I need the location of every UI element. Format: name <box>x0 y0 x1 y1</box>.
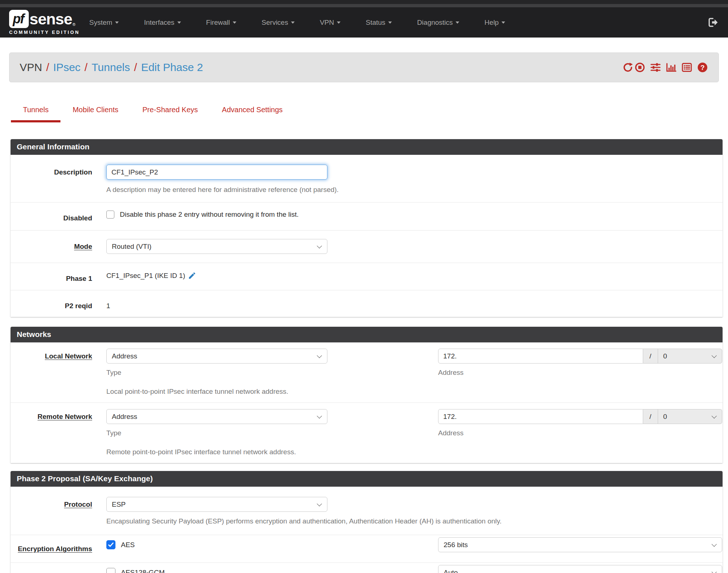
sign-out-icon <box>708 17 718 27</box>
menu-vpn[interactable]: VPN <box>320 19 341 27</box>
aes128gcm-checkbox-label: AES128-GCM <box>121 569 165 573</box>
remote-address-input[interactable] <box>438 409 643 424</box>
menu-system[interactable]: System <box>89 19 119 27</box>
menu-status[interactable]: Status <box>366 19 392 27</box>
slash-addon: / <box>643 349 658 364</box>
chevron-down-icon <box>291 21 295 24</box>
tab-advanced-settings[interactable]: Advanced Settings <box>210 106 295 122</box>
community-edition-label: COMMUNITY EDITION <box>9 30 80 35</box>
p2reqid-label: P2 reqid <box>11 298 106 310</box>
page-action-icons: ? <box>623 62 708 72</box>
chevron-down-icon <box>456 21 459 24</box>
general-information-section: General Information Description A descri… <box>11 139 723 317</box>
logout-button[interactable] <box>708 17 718 27</box>
local-network-row: Local Network Address Type / 0 Address <box>11 342 723 403</box>
disabled-checkbox-label: Disable this phase 2 entry without remov… <box>120 211 299 219</box>
section-title-proposal: Phase 2 Proposal (SA/Key Exchange) <box>11 471 723 487</box>
remote-network-row: Remote Network Address Type / 0 Address <box>11 403 723 463</box>
pencil-icon <box>188 271 196 280</box>
tab-tunnels[interactable]: Tunnels <box>11 106 60 122</box>
aes128gcm-checkbox[interactable] <box>106 568 115 573</box>
refresh-icon[interactable] <box>623 62 633 72</box>
section-title-general: General Information <box>11 139 723 155</box>
local-network-help: Local point-to-point IPsec interface tun… <box>106 388 722 396</box>
phase1-row: Phase 1 CF1_IPsec_P1 (IKE ID 1) <box>11 263 723 290</box>
section-title-networks: Networks <box>11 327 723 342</box>
registered-mark: ® <box>72 22 75 27</box>
pf-logo-tile: pf <box>9 10 29 28</box>
description-help: A description may be entered here for ad… <box>106 186 722 194</box>
edit-phase1-button[interactable] <box>188 271 196 280</box>
phase2-proposal-section: Phase 2 Proposal (SA/Key Exchange) Proto… <box>11 471 723 573</box>
chart-bar-icon[interactable] <box>666 62 676 72</box>
mode-select[interactable]: Routed (VTI) <box>106 239 327 254</box>
chevron-down-icon <box>388 21 392 24</box>
slash-addon: / <box>643 409 658 424</box>
breadcrumb-link-tunnels[interactable]: Tunnels <box>91 61 130 74</box>
remote-network-help: Remote point-to-point IPsec interface tu… <box>106 448 722 456</box>
aes128gcm-keylen-select[interactable]: Auto <box>438 565 722 573</box>
menu-firewall[interactable]: Firewall <box>206 19 236 27</box>
aes-keylen-select[interactable]: 256 bits <box>438 537 722 552</box>
encryption-algorithms-label: Encryption Algorithms <box>11 537 106 553</box>
protocol-row: Protocol ESP Encapsulating Security Payl… <box>11 487 723 535</box>
mode-label: Mode <box>11 239 106 254</box>
local-address-input[interactable] <box>438 349 643 364</box>
chevron-down-icon <box>115 21 119 24</box>
p2reqid-value: 1 <box>106 298 110 310</box>
tab-mobile-clients[interactable]: Mobile Clients <box>60 106 130 122</box>
protocol-label: Protocol <box>11 497 106 525</box>
phase1-value: CF1_IPsec_P1 (IKE ID 1) <box>106 272 185 280</box>
description-row: Description A description may be entered… <box>11 155 723 203</box>
tab-pre-shared-keys[interactable]: Pre-Shared Keys <box>130 106 210 122</box>
remote-network-type-select[interactable]: Address <box>106 409 327 424</box>
mode-row: Mode Routed (VTI) <box>11 231 723 263</box>
disabled-checkbox[interactable] <box>106 211 114 219</box>
remote-address-help: Address <box>438 429 722 437</box>
brand-name: sense <box>29 10 72 28</box>
main-menu: System Interfaces Firewall Services VPN … <box>89 19 505 27</box>
page-tabs: Tunnels Mobile Clients Pre-Shared Keys A… <box>11 106 728 122</box>
top-navbar: pf sense ® COMMUNITY EDITION System Inte… <box>0 7 728 38</box>
local-network-label: Local Network <box>11 349 106 396</box>
phase1-label: Phase 1 <box>11 271 106 283</box>
disabled-label: Disabled <box>11 211 106 222</box>
breadcrumb-link-ipsec[interactable]: IPsec <box>53 61 80 74</box>
menu-help[interactable]: Help <box>484 19 505 27</box>
stop-icon[interactable] <box>635 62 645 72</box>
aes-checkbox-label: AES <box>121 541 135 549</box>
log-icon[interactable] <box>682 62 692 72</box>
local-network-type-select[interactable]: Address <box>106 349 327 364</box>
local-type-help: Type <box>106 369 327 377</box>
menu-services[interactable]: Services <box>261 19 295 27</box>
chevron-down-icon <box>501 21 505 24</box>
breadcrumb-link-edit-phase-2[interactable]: Edit Phase 2 <box>141 61 203 74</box>
help-icon[interactable]: ? <box>697 62 708 72</box>
breadcrumb-separator: / <box>134 61 137 74</box>
chevron-down-icon <box>337 21 341 24</box>
pfsense-logo[interactable]: pf sense ® COMMUNITY EDITION <box>9 10 80 35</box>
aes-checkbox[interactable] <box>106 540 115 549</box>
protocol-help: Encapsulating Security Payload (ESP) per… <box>106 517 722 525</box>
description-input[interactable] <box>106 165 327 180</box>
encryption-aes-row: Encryption Algorithms AES 256 bits <box>11 535 723 563</box>
menu-interfaces[interactable]: Interfaces <box>144 19 181 27</box>
chevron-down-icon <box>233 21 236 24</box>
breadcrumb: VPN / IPsec / Tunnels / Edit Phase 2 <box>20 61 203 74</box>
window-top-strip <box>0 0 728 4</box>
local-mask-select[interactable]: 0 <box>658 349 722 364</box>
description-label: Description <box>11 165 106 194</box>
browser-tab-strip <box>0 4 728 7</box>
local-address-help: Address <box>438 369 722 377</box>
menu-diagnostics[interactable]: Diagnostics <box>417 19 459 27</box>
remote-network-label: Remote Network <box>11 409 106 456</box>
networks-section: Networks Local Network Address Type / 0 <box>11 327 723 463</box>
breadcrumb-separator: / <box>84 61 87 74</box>
protocol-select[interactable]: ESP <box>106 497 327 512</box>
sliders-icon[interactable] <box>650 62 661 72</box>
chevron-down-icon <box>177 21 181 24</box>
p2reqid-row: P2 reqid 1 <box>11 290 723 317</box>
breadcrumb-separator: / <box>46 61 49 74</box>
remote-type-help: Type <box>106 429 327 437</box>
remote-mask-select[interactable]: 0 <box>658 409 722 424</box>
